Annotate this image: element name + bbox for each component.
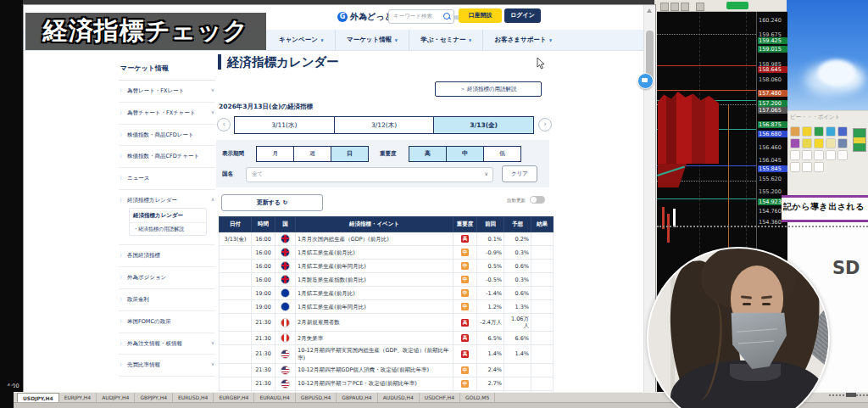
- chart-thumbnail[interactable]: [853, 128, 866, 152]
- country-dropdown[interactable]: 全て ∨: [246, 167, 493, 182]
- nav-item-学ぶ・セミナー[interactable]: 学ぶ・セミナー∨: [409, 30, 482, 50]
- column-header-結果: 結果: [531, 217, 554, 232]
- color-swatch[interactable]: [837, 138, 848, 148]
- mt4-toolbar-icon[interactable]: [696, 3, 704, 11]
- chart-tab-USDCHF,H4[interactable]: USDCHF,H4: [420, 393, 460, 402]
- importance-badge: 中: [461, 303, 469, 310]
- color-swatch[interactable]: [826, 126, 836, 137]
- chart-tab-GOLD,M5[interactable]: GOLD,M5: [460, 393, 495, 402]
- price-label-green: 159.015: [758, 46, 787, 53]
- sidebar-item[interactable]: 〉株価指数・商品CFDチャート: [119, 146, 215, 168]
- empty-swatch[interactable]: [837, 150, 848, 160]
- mt4-toolbar-icon[interactable]: [670, 3, 679, 11]
- color-swatch[interactable]: [837, 126, 848, 137]
- cell-forecast: 1.3%: [504, 300, 531, 314]
- us-flag-icon: [281, 349, 290, 359]
- table-row[interactable]: 19:001月鉱工業生産(前月比)中-1.4%0.6%: [220, 287, 554, 300]
- empty-swatch[interactable]: [790, 150, 800, 160]
- chart-tab-GBPAUD,H4[interactable]: GBPAUD,H4: [337, 393, 377, 402]
- importance-option-中[interactable]: 中: [446, 147, 483, 161]
- chart-tab-GBPUSD,H4[interactable]: GBPUSD,H4: [296, 393, 337, 402]
- filter-panel: 表示期間 月週日 重要度 高中低 国名 全て ∨ クリア: [216, 140, 549, 187]
- nav-item-キャンペーン[interactable]: キャンペーン∨: [268, 30, 335, 50]
- next-day-button[interactable]: ›: [538, 118, 552, 131]
- chart-tab-GBPJPY,H4[interactable]: GBPJPY,H4: [135, 393, 173, 402]
- sidebar-item[interactable]: 〉政策金利: [119, 289, 215, 311]
- color-swatch[interactable]: [814, 138, 824, 148]
- sidebar-item[interactable]: 〉外為ポジション: [119, 267, 215, 289]
- chart-tab-AUDJPY,H4[interactable]: AUDJPY,H4: [97, 393, 135, 402]
- sidebar-item[interactable]: 〉株価指数・商品CFDレート: [119, 125, 215, 147]
- table-row[interactable]: 3/13(金)16:001月月次国内総生産（GDP）(前月比)高0.1%0.2%: [220, 232, 554, 246]
- cell-time: 21:30: [252, 345, 275, 363]
- prev-day-button[interactable]: ‹: [217, 118, 231, 131]
- color-swatch[interactable]: [802, 138, 812, 148]
- mt4-toolbar-icon[interactable]: [681, 3, 689, 11]
- chart-tab-EURJPY,H4[interactable]: EURJPY,H4: [59, 393, 97, 402]
- sidebar-item[interactable]: 〉為替チャート・FXチャート∨: [119, 103, 215, 125]
- clear-button[interactable]: クリア: [502, 165, 537, 182]
- table-row[interactable]: 21:3010-12月期四半期GDP個人消費・改定値(前期比年率)中2.4%: [220, 363, 554, 377]
- sidebar-subitem-active[interactable]: 経済指標カレンダー: [130, 209, 206, 224]
- sidebar-item[interactable]: 〉外為注文情報・板情報∨: [119, 333, 215, 355]
- importance-option-高[interactable]: 高: [409, 147, 446, 161]
- desktop-wallpaper: [787, 0, 868, 110]
- refresh-button[interactable]: 更新する ↻: [221, 194, 323, 211]
- login-button[interactable]: ログイン: [504, 8, 541, 23]
- period-option-月[interactable]: 月: [257, 147, 293, 161]
- day-tab-3/13(金)[interactable]: 3/13(金): [433, 117, 533, 133]
- table-row[interactable]: 16:001月製造業生産指数(前月比)中-0.5%0.3%: [220, 273, 554, 287]
- nav-item-マーケット情報[interactable]: マーケット情報∨: [335, 30, 409, 50]
- period-option-日[interactable]: 日: [331, 147, 368, 161]
- table-row[interactable]: 21:3010-12月期四半期実質国内総生産（GDP、改定値）(前期比年率)高1…: [220, 345, 554, 363]
- empty-swatch[interactable]: [802, 162, 812, 172]
- table-row[interactable]: 16:001月鉱工業生産(前年同月比)中0.5%0.6%: [220, 260, 554, 273]
- table-row[interactable]: 21:302月新規雇用者数高-2.4万人1.06万人: [220, 314, 554, 332]
- search-input[interactable]: キーワード検索: [388, 9, 454, 24]
- mt4-toolbar-icon[interactable]: [660, 3, 669, 11]
- day-tab-3/11(水)[interactable]: 3/11(水): [235, 117, 334, 133]
- empty-swatch[interactable]: [802, 150, 812, 160]
- empty-swatch[interactable]: [790, 162, 800, 172]
- empty-swatch[interactable]: [814, 150, 824, 160]
- chart-tab-EURGBP,H4[interactable]: EURGBP,H4: [214, 393, 254, 402]
- chat-widget-icon[interactable]: [637, 73, 654, 89]
- nav-item-お客さまサポート[interactable]: お客さまサポート∨: [482, 30, 563, 50]
- chart-tab-AUDUSD,H4[interactable]: AUDUSD,H4: [378, 393, 420, 402]
- chart-tab-EURAUD,H4[interactable]: EURAUD,H4: [254, 393, 295, 402]
- sidebar-item[interactable]: 〉各国経済指標: [119, 245, 215, 267]
- sidebar-item[interactable]: 〉為替レート・FXレート∨: [119, 81, 215, 103]
- sidebar-item[interactable]: 〉米国FOMCの政策: [119, 311, 215, 333]
- auto-refresh-toggle[interactable]: [530, 196, 545, 204]
- cell-country: [275, 363, 296, 377]
- table-row[interactable]: 21:3010-12月期四半期コアPCE・改定値(前期比年率)中2.7%: [220, 377, 554, 390]
- mt4-buy-button[interactable]: [726, 2, 748, 9]
- empty-swatch[interactable]: [826, 150, 836, 160]
- search-icon[interactable]: [443, 13, 450, 20]
- table-row[interactable]: 21:302月失業率高6.5%6.6%: [220, 332, 554, 345]
- sidebar-item[interactable]: 〉売買比率情報∨: [119, 355, 215, 377]
- sidebar-item[interactable]: 〉ニュース: [119, 168, 215, 190]
- color-swatch[interactable]: [802, 126, 812, 137]
- cell-result: [531, 273, 554, 287]
- color-swatch[interactable]: [826, 138, 836, 148]
- cell-country: [275, 246, 296, 260]
- chart-tab-EURUSD,H4[interactable]: EURUSD,H4: [173, 393, 214, 402]
- cell-previous: 6.5%: [477, 332, 504, 345]
- empty-swatch[interactable]: [814, 162, 824, 172]
- open-account-button[interactable]: 口座開設: [459, 8, 502, 23]
- scrollbar-up-arrow[interactable]: [647, 8, 652, 13]
- day-tab-3/12(木)[interactable]: 3/12(木): [334, 117, 434, 133]
- table-row[interactable]: 16:001月鉱工業生産(前月比)中-0.9%0.3%: [220, 246, 554, 260]
- importance-option-低[interactable]: 低: [483, 147, 520, 161]
- glossary-button[interactable]: ＞ 経済指標の用語解説: [435, 81, 542, 97]
- color-swatch[interactable]: [790, 126, 800, 137]
- table-row[interactable]: 19:001月鉱工業生産(前年同月比)中1.2%1.3%: [220, 300, 554, 314]
- sidebar-subitem[interactable]: ・経済指標の用語解説: [130, 223, 206, 235]
- color-swatch[interactable]: [814, 126, 824, 137]
- sidebar-item[interactable]: 〉経済指標カレンダー∧経済指標カレンダー・経済指標の用語解説: [119, 190, 215, 246]
- scroll-thumb[interactable]: [846, 393, 856, 397]
- color-swatch[interactable]: [790, 138, 800, 148]
- period-option-週[interactable]: 週: [293, 147, 331, 161]
- chevron-down-icon: ∨: [211, 87, 214, 93]
